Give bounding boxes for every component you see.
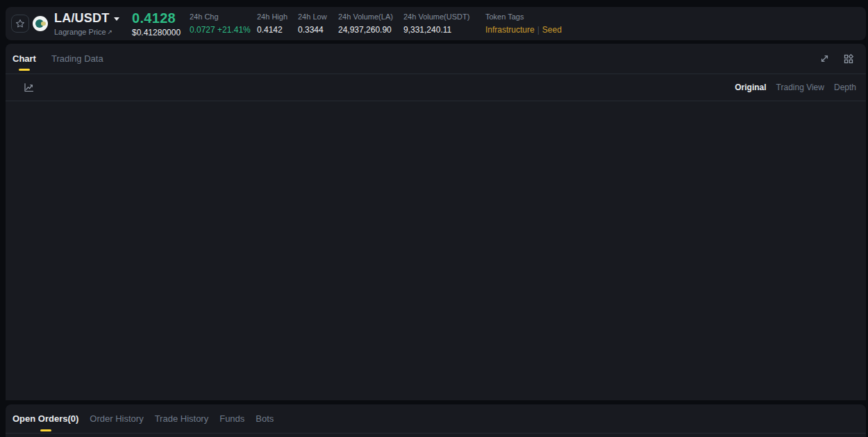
last-price: 0.4128 [132,10,181,26]
token-tag-infrastructure[interactable]: Infrastructure [485,25,535,35]
expand-icon [819,53,830,64]
view-tab-original[interactable]: Original [735,83,766,92]
tab-open-orders[interactable]: Open Orders(0) [12,404,78,433]
tab-bots-label: Bots [256,413,274,424]
chevron-down-icon [114,17,119,21]
tab-chart-label: Chart [12,53,36,64]
chart-panel: Chart Trading Data [6,44,866,400]
tab-trading-data[interactable]: Trading Data [51,44,103,74]
coin-logo-spark [41,22,46,26]
token-tags: Token Tags Infrastructure|Seed [485,12,562,35]
pair-fullname-link[interactable]: Lagrange Price ↗ [54,28,119,36]
view-tab-depth[interactable]: Depth [834,83,856,92]
tag-separator: | [537,25,540,35]
chart-toolbar: Original Trading View Depth [6,74,866,101]
stat-label: 24h High [257,12,287,21]
external-link-icon: ↗ [108,28,113,35]
token-tag-seed[interactable]: Seed [542,25,562,35]
tab-funds-label: Funds [219,413,244,424]
market-header: LA/USDT Lagrange Price ↗ 0.4128 $0.41280… [6,7,866,40]
stat-24h-high: 24h High 0.4142 [257,12,287,35]
stat-label: 24h Low [298,12,327,21]
stat-label: 24h Volume(LA) [338,12,393,21]
stat-24h-volume-quote: 24h Volume(USDT) 9,331,240.11 [403,12,469,35]
pair-block: LA/USDT Lagrange Price ↗ [54,11,119,36]
tab-trade-history-label: Trade History [155,413,209,424]
last-price-usd: $0.41280000 [132,28,181,37]
layout-grid-icon [843,53,854,65]
tab-trading-data-label: Trading Data [51,53,103,64]
pair-title: LA/USDT [54,11,109,26]
orders-tabbar: Open Orders(0) Order History Trade Histo… [6,404,866,434]
active-tab-indicator [19,69,30,71]
price-block: 0.4128 $0.41280000 [132,10,181,37]
tab-order-history[interactable]: Order History [90,404,143,433]
pair-fullname: Lagrange Price [54,28,106,36]
chart-view-tabs: Original Trading View Depth [735,83,856,92]
star-icon [15,19,25,28]
view-tab-trading-view[interactable]: Trading View [776,83,824,92]
line-chart-tool-button[interactable] [23,82,34,93]
stat-value: 0.4142 [257,25,287,35]
chart-tabbar: Chart Trading Data [6,44,866,74]
stat-value: 0.3344 [298,25,327,35]
tab-chart[interactable]: Chart [12,44,36,74]
tab-open-orders-label: Open Orders(0) [12,413,78,424]
tab-order-history-label: Order History [90,413,143,424]
orders-panel: Open Orders(0) Order History Trade Histo… [6,404,866,437]
stat-24h-volume-base: 24h Volume(LA) 24,937,260.90 [338,12,393,35]
coin-logo [33,16,48,31]
expand-chart-button[interactable] [819,53,830,64]
stat-value: 9,331,240.11 [403,25,469,35]
line-chart-icon [23,82,34,93]
layout-grid-button[interactable] [843,53,854,65]
stat-24h-low: 24h Low 0.3344 [298,12,327,35]
stat-value: 24,937,260.90 [338,25,393,35]
tab-funds[interactable]: Funds [219,404,244,433]
stat-24h-change: 24h Chg 0.0727 +21.41% [190,12,251,35]
stat-value: 0.0727 +21.41% [190,25,251,35]
tab-trade-history[interactable]: Trade History [155,404,209,433]
token-tags-label: Token Tags [485,12,562,21]
favorite-button[interactable] [11,15,29,33]
active-tab-indicator [40,429,51,431]
chart-canvas-area[interactable] [6,101,866,400]
tab-bots[interactable]: Bots [256,404,274,433]
pair-selector[interactable]: LA/USDT [54,11,119,26]
stat-label: 24h Chg [190,12,251,21]
stat-label: 24h Volume(USDT) [403,12,469,21]
